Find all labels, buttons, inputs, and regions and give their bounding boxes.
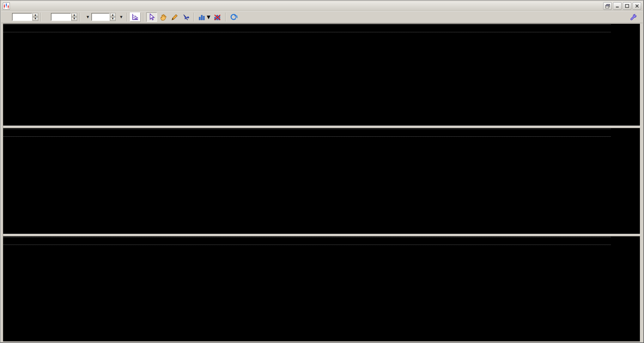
title-bar[interactable] xyxy=(1,1,643,11)
bar-chart-icon xyxy=(198,13,206,21)
pencil-icon xyxy=(171,13,178,21)
cascade-icon xyxy=(605,4,610,8)
chevron-down-icon: ▼ xyxy=(207,14,210,20)
arrow-cursor-icon xyxy=(148,13,155,21)
bar-interval-dropdown[interactable]: ▼ xyxy=(116,14,125,20)
candlestick-app-icon xyxy=(3,3,10,9)
toolbar-separator xyxy=(40,13,41,22)
toolbar-separator xyxy=(143,13,144,22)
gold-ohlc-readout xyxy=(3,24,611,32)
toolbar-separator xyxy=(127,13,127,22)
maximize-button[interactable] xyxy=(623,2,631,10)
spread-line-panel xyxy=(3,236,640,341)
draw-line-button[interactable] xyxy=(169,12,180,22)
close-icon xyxy=(635,4,639,8)
close-button[interactable] xyxy=(633,2,641,10)
move-drawing-button[interactable] xyxy=(180,12,191,22)
maximize-icon xyxy=(625,4,629,8)
wrench-icon xyxy=(629,13,637,21)
chart-cursor-icon xyxy=(131,13,139,21)
platinum-candlestick-panel xyxy=(3,128,640,234)
minimize-icon xyxy=(616,4,619,8)
gold-multiplier-stepper[interactable]: ▲▼ xyxy=(33,13,38,21)
chevron-down-icon: ▼ xyxy=(120,15,123,19)
settings-button[interactable] xyxy=(628,12,638,22)
hand-icon xyxy=(159,13,167,21)
bar-count-stepper[interactable]: ▲▼ xyxy=(110,13,116,21)
remove-indicator-button[interactable] xyxy=(212,12,223,22)
chevron-down-icon: ▼ xyxy=(87,15,89,19)
toolbar: ▲▼ ▲▼ ▼ ▲▼ ▼ xyxy=(1,11,643,23)
svg-text:R: R xyxy=(235,15,238,19)
bar-chart-delete-icon xyxy=(214,13,221,21)
toolbar-separator xyxy=(225,13,226,22)
platinum-multiplier-input[interactable] xyxy=(51,13,71,21)
move-pen-icon xyxy=(182,13,190,21)
spread-readout xyxy=(3,237,611,245)
refresh-chart-button[interactable]: R xyxy=(228,12,239,22)
select-cursor-button[interactable] xyxy=(146,12,157,22)
refresh-icon: R xyxy=(230,13,238,21)
indicator-chart-button[interactable]: ▼ xyxy=(197,12,211,22)
panel-splitter[interactable] xyxy=(3,126,640,128)
toolbar-separator xyxy=(194,13,194,22)
bar-type-dropdown[interactable]: ▼ xyxy=(82,14,91,20)
minimize-button[interactable] xyxy=(613,2,622,10)
pan-hand-button[interactable] xyxy=(158,12,168,22)
bar-count-input[interactable] xyxy=(91,13,110,21)
panel-splitter[interactable] xyxy=(3,234,640,236)
platinum-multiplier-stepper[interactable]: ▲▼ xyxy=(71,13,77,21)
gold-multiplier-input[interactable] xyxy=(12,13,32,21)
charts-area xyxy=(3,24,640,341)
toolbar-separator xyxy=(79,13,80,22)
chart-cursor-button[interactable] xyxy=(130,12,141,22)
platinum-ohlc-readout xyxy=(3,129,611,137)
cascade-window-button[interactable] xyxy=(603,2,612,10)
chart-window: ▲▼ ▲▼ ▼ ▲▼ ▼ xyxy=(0,0,644,343)
gold-candlestick-panel xyxy=(3,24,640,126)
